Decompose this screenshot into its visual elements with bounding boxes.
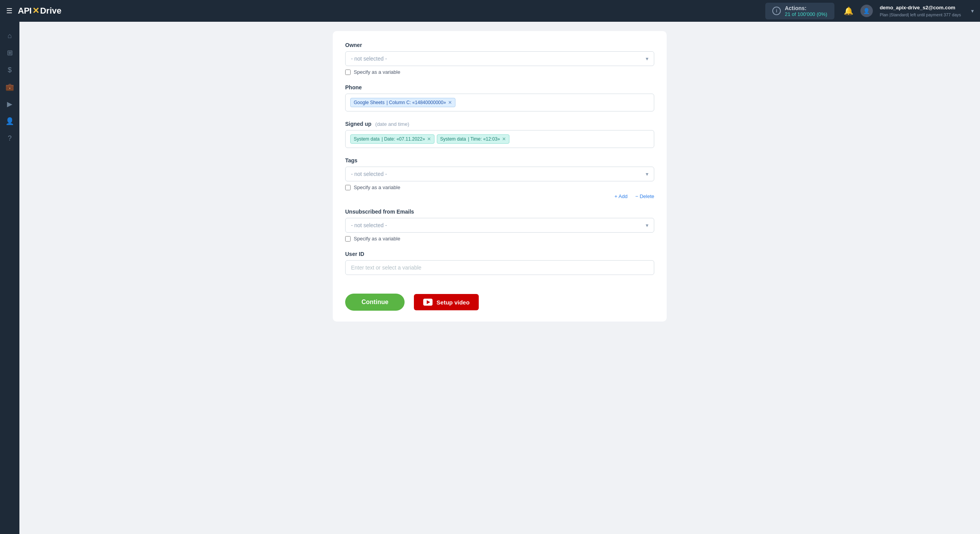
signed-up-tag-1: System data | Date: «07.11.2022» ✕ xyxy=(350,134,434,144)
signed-up-tag-2-source: System data xyxy=(440,136,466,142)
form-panel: Owner - not selected - ▾ Specify as a va… xyxy=(333,31,667,322)
signed-up-tag-1-close[interactable]: ✕ xyxy=(427,136,431,142)
sidebar: ⌂ ⊞ $ 💼 ▶ 👤 ? xyxy=(0,22,19,534)
sidebar-item-jobs[interactable]: 💼 xyxy=(2,79,17,95)
signed-up-label: Signed up (date and time) xyxy=(345,121,654,127)
owner-specify-label[interactable]: Specify as a variable xyxy=(354,69,400,75)
user-id-field-group: User ID xyxy=(345,251,654,275)
unsubscribed-dropdown-chevron: ▾ xyxy=(646,222,648,228)
tags-dropdown[interactable]: - not selected - ▾ xyxy=(345,167,654,181)
signed-up-tag-2-close[interactable]: ✕ xyxy=(502,136,506,142)
phone-tag-1-close[interactable]: ✕ xyxy=(448,100,452,105)
sidebar-item-billing[interactable]: $ xyxy=(2,62,17,78)
unsubscribed-dropdown-value: - not selected - xyxy=(351,222,387,228)
actions-counter: i Actions: 21 of 100'000 (0%) xyxy=(765,3,834,19)
header: ☰ API ✕ Drive i Actions: 21 of 100'000 (… xyxy=(0,0,980,22)
bell-icon[interactable]: 🔔 xyxy=(844,6,853,16)
signed-up-tag-2: System data | Time: «12:03» ✕ xyxy=(437,134,509,144)
user-menu-chevron[interactable]: ▾ xyxy=(971,8,974,14)
signed-up-tag-input[interactable]: System data | Date: «07.11.2022» ✕ Syste… xyxy=(345,130,654,148)
unsubscribed-specify-row: Specify as a variable xyxy=(345,236,654,242)
actions-label: Actions: xyxy=(785,5,827,11)
sidebar-item-home[interactable]: ⌂ xyxy=(2,28,17,43)
unsubscribed-field-group: Unsubscribed from Emails - not selected … xyxy=(345,209,654,242)
user-email: demo_apix-drive_s2@com.com xyxy=(880,4,961,12)
unsubscribed-label: Unsubscribed from Emails xyxy=(345,209,654,215)
unsubscribed-specify-label[interactable]: Specify as a variable xyxy=(354,236,400,242)
signed-up-field-group: Signed up (date and time) System data | … xyxy=(345,121,654,148)
owner-specify-row: Specify as a variable xyxy=(345,69,654,75)
tags-specify-row: Specify as a variable xyxy=(345,184,654,190)
unsubscribed-dropdown[interactable]: - not selected - ▾ xyxy=(345,218,654,233)
header-right: 🔔 👤 demo_apix-drive_s2@com.com Plan |Sta… xyxy=(844,4,974,18)
sidebar-item-profile[interactable]: 👤 xyxy=(2,113,17,129)
logo-drive-text: Drive xyxy=(40,6,61,16)
logo-api-text: API xyxy=(18,6,31,16)
play-triangle xyxy=(427,300,430,304)
tags-specify-checkbox[interactable] xyxy=(345,185,351,190)
user-info: demo_apix-drive_s2@com.com Plan |Standar… xyxy=(880,4,961,18)
phone-tag-input[interactable]: Google Sheets | Column C: «14840000000» … xyxy=(345,94,654,111)
sidebar-item-connections[interactable]: ⊞ xyxy=(2,45,17,61)
signed-up-tag-1-source: System data xyxy=(354,136,380,142)
phone-tag-1: Google Sheets | Column C: «14840000000» … xyxy=(350,98,455,107)
sidebar-item-tutorials[interactable]: ▶ xyxy=(2,96,17,112)
user-id-input[interactable] xyxy=(345,260,654,275)
add-link[interactable]: + Add xyxy=(615,193,628,199)
signed-up-tag-2-detail: | Time: «12:03» xyxy=(468,136,500,142)
phone-tag-1-source: Google Sheets xyxy=(354,100,384,105)
avatar: 👤 xyxy=(860,5,873,17)
owner-dropdown-value: - not selected - xyxy=(351,56,387,62)
tags-dropdown-chevron: ▾ xyxy=(646,171,648,177)
owner-label: Owner xyxy=(345,42,654,48)
actions-value: 21 of 100'000 (0%) xyxy=(785,11,827,17)
phone-label: Phone xyxy=(345,84,654,90)
main-content: Owner - not selected - ▾ Specify as a va… xyxy=(19,22,980,534)
tags-field-group: Tags - not selected - ▾ Specify as a var… xyxy=(345,157,654,199)
tags-specify-label[interactable]: Specify as a variable xyxy=(354,184,400,190)
owner-dropdown-chevron: ▾ xyxy=(646,56,648,62)
sidebar-item-help[interactable]: ? xyxy=(2,130,17,146)
user-id-label: User ID xyxy=(345,251,654,257)
setup-video-label: Setup video xyxy=(436,299,469,306)
owner-dropdown[interactable]: - not selected - ▾ xyxy=(345,51,654,66)
continue-button[interactable]: Continue xyxy=(345,294,405,311)
delete-link[interactable]: − Delete xyxy=(635,193,654,199)
youtube-icon xyxy=(423,299,433,306)
bottom-row: Continue Setup video xyxy=(345,284,654,311)
signed-up-sub: (date and time) xyxy=(375,121,409,127)
plan-text: Plan |Standard| left until payment 377 d… xyxy=(880,12,961,18)
add-delete-row: + Add − Delete xyxy=(345,193,654,199)
unsubscribed-specify-checkbox[interactable] xyxy=(345,236,351,242)
setup-video-button[interactable]: Setup video xyxy=(414,294,479,310)
phone-tag-1-detail: | Column C: «14840000000» xyxy=(386,100,446,105)
info-icon: i xyxy=(772,7,781,15)
logo-x-text: ✕ xyxy=(32,6,39,16)
owner-field-group: Owner - not selected - ▾ Specify as a va… xyxy=(345,42,654,75)
menu-icon[interactable]: ☰ xyxy=(6,7,12,15)
logo: API ✕ Drive xyxy=(18,6,61,16)
phone-field-group: Phone Google Sheets | Column C: «1484000… xyxy=(345,84,654,111)
owner-specify-checkbox[interactable] xyxy=(345,70,351,75)
tags-dropdown-value: - not selected - xyxy=(351,171,387,177)
signed-up-tag-1-detail: | Date: «07.11.2022» xyxy=(382,136,425,142)
tags-label: Tags xyxy=(345,157,654,164)
